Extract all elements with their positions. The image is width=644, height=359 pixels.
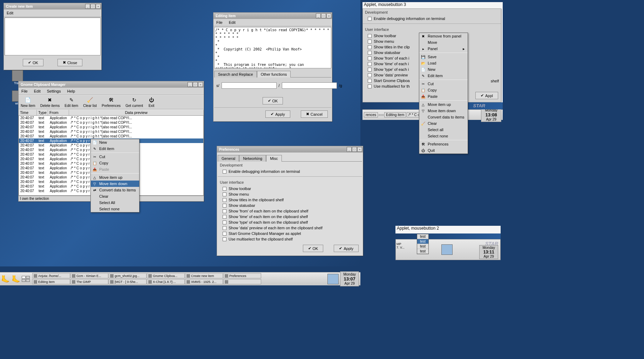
ctx-cut[interactable]: ✂Cut	[91, 154, 139, 160]
col-time[interactable]: Time	[19, 110, 37, 115]
titlebar[interactable]: Preferences _ □ ×	[217, 146, 363, 153]
check-ui-9[interactable]: Use multiselect for the clipboard shelf	[218, 236, 362, 242]
ctx3-movedown[interactable]: ▽Move item down	[419, 108, 468, 114]
pager[interactable]	[441, 244, 453, 255]
ctx3-load[interactable]: 📂Load	[419, 60, 468, 66]
check-ui-6[interactable]: Show 'type' of each item on the clipboar…	[218, 219, 362, 225]
pager-cell[interactable]	[22, 279, 26, 282]
toolbar-clear-list[interactable]: 🧹Clear list	[83, 97, 97, 108]
apply-button[interactable]: ✔Apply	[334, 245, 359, 252]
edit-textarea[interactable]: /* * C o p y r i g h t *(also read COPYI…	[214, 27, 331, 68]
cancel-button[interactable]: ✖Cancel	[301, 110, 328, 118]
ctx3-paste[interactable]: 📥Paste	[419, 93, 468, 100]
titlebar[interactable]: Editing item _ □ ×	[213, 13, 332, 19]
ctx-edit[interactable]: ✎Edit item	[91, 145, 139, 152]
menu-help[interactable]: Help	[66, 88, 76, 94]
task-button[interactable]: Anjuta: /home/...	[32, 273, 70, 278]
task-button[interactable]: [MGT - [ 0-She...	[109, 279, 147, 284]
ctx3-clear[interactable]: 🧹Clear	[419, 120, 468, 127]
check-ui-7[interactable]: Show 'data' preview of each item on the …	[218, 225, 362, 231]
new-item-textarea[interactable]	[5, 18, 101, 55]
toolbar-delete-items[interactable]: ✖Delete items	[40, 97, 60, 108]
menu-edit[interactable]: Edit	[33, 88, 42, 94]
check-ui-4[interactable]: Show 'from' of each item on the clipboar…	[218, 208, 362, 214]
task-button[interactable]: Preferences	[223, 273, 261, 278]
ctx-clear[interactable]: Clear	[91, 193, 139, 199]
table-row[interactable]: 20:40:07textApplication/* * C o p y r i …	[19, 134, 203, 138]
task-button[interactable]: gcm_shot02.jpg...	[109, 273, 147, 278]
table-row[interactable]: 20:40:07textApplication/* * C o p y r i …	[19, 120, 203, 125]
col-from[interactable]: From	[48, 110, 69, 115]
popup-item[interactable]: test	[417, 239, 428, 244]
pager-cell[interactable]	[26, 276, 30, 279]
minimize-button[interactable]: _	[347, 147, 352, 152]
pager-cell[interactable]	[22, 276, 26, 279]
toolbar-new-item[interactable]: 📄New item	[21, 97, 35, 108]
ctx-convert[interactable]: ⇄Convert data to items	[91, 187, 139, 193]
tab-networking[interactable]: Networking	[239, 155, 266, 162]
ok-button[interactable]: ✔OK	[23, 59, 43, 66]
close-button[interactable]: ×	[96, 4, 101, 9]
task-button[interactable]	[223, 279, 261, 284]
maximize-button[interactable]: □	[193, 82, 198, 87]
menu-file[interactable]: File	[215, 20, 224, 25]
minimize-button[interactable]: _	[316, 13, 321, 18]
apply-button[interactable]: ✔Appl	[475, 92, 498, 99]
apply-button[interactable]: ✔Apply	[265, 110, 290, 118]
menu-settings[interactable]: Settings	[46, 88, 62, 94]
ctx3-remove[interactable]: ✖Remove from panel	[419, 33, 468, 39]
shelf-item[interactable]: Editing item	[384, 112, 406, 117]
ok-button[interactable]: ✔OK	[263, 97, 283, 104]
tab-search-replace[interactable]: Search and Replace	[214, 71, 257, 77]
check-ui-5[interactable]: Show 'time' of each item on the clipboar…	[218, 214, 362, 219]
ctx3-moveup[interactable]: △Move item up	[419, 101, 468, 108]
col-type[interactable]: Type	[37, 110, 48, 115]
ctx3-move[interactable]: Move	[419, 39, 468, 46]
titlebar[interactable]: Gnome Clipboard Manager _ □ ×	[19, 81, 204, 88]
tab-general[interactable]: General	[218, 155, 239, 162]
ctx3-save[interactable]: 💾Save	[419, 54, 468, 60]
ctx-moveup[interactable]: △Move item up	[91, 174, 139, 181]
ctx3-prefs[interactable]: 🛠Preferences	[419, 141, 468, 147]
popup-item[interactable]: test	[417, 244, 428, 249]
task-button[interactable]: The GIMP	[70, 279, 108, 284]
check-ui-2[interactable]: Show titles in the clipboard shelf	[218, 197, 362, 203]
close-button[interactable]: ×	[198, 82, 203, 87]
popup-item[interactable]: test	[417, 234, 428, 239]
ctx-new[interactable]: 📄New	[91, 139, 139, 145]
close-button[interactable]: ×	[357, 147, 362, 152]
minimize-button[interactable]: _	[188, 82, 192, 87]
task-button[interactable]: X-Chat [1.8.7]:...	[147, 279, 185, 284]
ctx3-convert[interactable]: Convert data to items	[419, 114, 468, 120]
minimize-button[interactable]: _	[85, 4, 90, 9]
ctx3-selall[interactable]: Select all	[419, 127, 468, 133]
check-ui-0[interactable]: Show toolbar	[218, 186, 362, 191]
check-enable-debug[interactable]: Enable debugging information on terminal	[218, 169, 362, 174]
close-button[interactable]: ✖Close	[57, 59, 82, 66]
ctx-selnone[interactable]: Select none	[91, 206, 139, 212]
ctx-paste[interactable]: 📥Paste	[91, 166, 139, 172]
task-button[interactable]: Editing item	[32, 279, 70, 284]
ctx-copy[interactable]: 📋Copy	[91, 160, 139, 166]
menu-edit[interactable]: Edit	[5, 10, 15, 16]
titlebar[interactable]: Create new item _ □ ×	[4, 3, 101, 9]
gnome-foot-icon[interactable]: 🦶	[11, 272, 21, 285]
toolbar-get-current[interactable]: ↻Get current	[126, 97, 143, 108]
ctx3-edit[interactable]: ✎Edit item	[419, 73, 468, 79]
toolbar-preferences[interactable]: 🛠Preferences	[102, 97, 121, 108]
maximize-button[interactable]: □	[321, 13, 326, 18]
ctx3-cut[interactable]: ✂Cut	[419, 81, 468, 87]
check-enable-debug[interactable]: Enable debugging information on terminal	[363, 16, 501, 21]
ctx3-panel[interactable]: ▸Panel▸	[419, 46, 468, 52]
pager-cell[interactable]	[26, 279, 30, 282]
gnome-foot-icon[interactable]: 🦶	[0, 272, 11, 285]
table-row[interactable]: 20:40:07textApplication/* * C o p y r i …	[19, 129, 203, 134]
shelf-item[interactable]: rences	[364, 112, 378, 117]
ctx3-selnone[interactable]: Select none	[419, 133, 468, 139]
toolbar-exit[interactable]: ⏻Exit	[148, 97, 155, 108]
ctx-selall[interactable]: Select All	[91, 199, 139, 206]
tab-misc[interactable]: Misc	[266, 155, 282, 162]
task-button[interactable]: Create new item	[185, 273, 223, 278]
search-input[interactable]	[222, 82, 277, 89]
task-button[interactable]: Gcm - Ximian E...	[70, 273, 108, 278]
